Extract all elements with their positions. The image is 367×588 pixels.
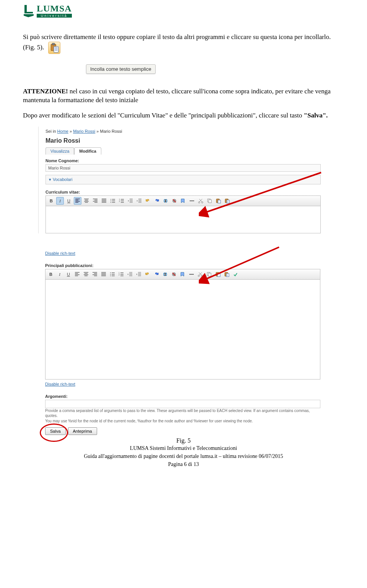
body-paragraph-1: Si può scrivere direttamente il testo op… — [23, 33, 344, 54]
vocab-label: Vocabolari — [53, 177, 72, 182]
italic-icon[interactable]: I — [56, 197, 64, 205]
svg-rect-18 — [209, 200, 211, 203]
redo-icon[interactable] — [153, 270, 160, 278]
svg-point-24 — [110, 272, 111, 273]
logo-name: LUMSA — [37, 4, 72, 13]
p2-rest: nel caso in cui venga copiato del testo,… — [23, 88, 331, 104]
cms-screenshot: Sei in Home » Mario Rossi » Mario Rossi … — [38, 127, 344, 435]
figure-caption: Fig. 5 — [23, 437, 344, 444]
align-right-icon[interactable] — [91, 270, 99, 278]
svg-rect-20 — [218, 200, 221, 203]
save-button[interactable]: Salva — [45, 427, 66, 435]
svg-text:2: 2 — [119, 200, 120, 202]
attenzione-label: ATTENZIONE! — [23, 88, 68, 95]
breadcrumb: Sei in Home » Mario Rossi » Mario Rossi — [45, 129, 321, 134]
undo-icon[interactable] — [144, 197, 152, 205]
label-cv: Curriculum vitae: — [45, 190, 321, 194]
logo-mark — [23, 4, 34, 17]
link-icon[interactable] — [162, 197, 169, 205]
svg-point-6 — [110, 199, 111, 200]
align-center-icon[interactable] — [83, 197, 90, 205]
align-justify-icon[interactable] — [100, 197, 108, 205]
tab-edit[interactable]: Modifica — [74, 147, 101, 155]
paste-icon[interactable] — [214, 197, 222, 205]
align-right-icon[interactable] — [91, 197, 99, 205]
label-name: Nome Cognome: — [45, 158, 321, 163]
align-center-icon[interactable] — [82, 270, 90, 278]
ulist-icon[interactable] — [109, 197, 117, 205]
indent-icon[interactable] — [135, 270, 143, 278]
svg-text:T: T — [227, 274, 228, 277]
svg-rect-1 — [52, 43, 54, 45]
p3a: Dopo aver modificato le sezioni del "Cur… — [23, 112, 304, 119]
svg-point-8 — [110, 202, 111, 203]
italic-icon[interactable]: I — [56, 270, 63, 278]
align-justify-icon[interactable] — [100, 270, 107, 278]
olist-icon[interactable]: 12 — [117, 270, 125, 278]
copy-icon[interactable] — [205, 270, 213, 278]
p1-text: Si può scrivere direttamente il testo op… — [23, 33, 331, 51]
spellcheck-icon[interactable] — [232, 270, 239, 278]
indent-icon[interactable] — [135, 197, 143, 205]
bold-icon[interactable]: B — [47, 270, 55, 278]
bold-icon[interactable]: B — [47, 197, 55, 205]
body-paragraph-2: ATTENZIONE! nel caso in cui venga copiat… — [23, 87, 344, 105]
cut-icon[interactable] — [197, 197, 205, 205]
anchor-icon[interactable] — [179, 270, 187, 278]
vocab-fieldset[interactable]: ▾ Vocabolari — [45, 175, 321, 184]
paste-plain-icon[interactable]: T — [223, 197, 231, 205]
underline-icon[interactable]: U — [65, 270, 72, 278]
disable-richtext-link-cv[interactable]: Disable rich-text — [45, 251, 75, 256]
disable-richtext-link-pub[interactable]: Disable rich-text — [45, 382, 75, 386]
tab-view[interactable]: Visualizza — [45, 147, 74, 155]
svg-point-7 — [110, 200, 111, 201]
paste-as-plain-text-tooltip: Incolla come testo semplice — [86, 64, 156, 74]
breadcrumb-user-link-1[interactable]: Mario Rossi — [73, 129, 95, 134]
align-left-icon[interactable] — [73, 270, 81, 278]
link-icon[interactable] — [161, 270, 169, 278]
hr-icon[interactable] — [188, 197, 196, 205]
svg-text:T: T — [227, 201, 229, 203]
align-left-icon[interactable] — [74, 197, 81, 205]
breadcrumb-prefix: Sei in — [45, 129, 57, 134]
preview-button[interactable]: Anteprima — [68, 427, 97, 435]
copy-icon[interactable] — [206, 197, 213, 205]
olist-icon[interactable]: 12 — [118, 197, 125, 205]
body-paragraph-3: Dopo aver modificato le sezioni del "Cur… — [23, 111, 344, 120]
argomenti-input[interactable] — [45, 400, 320, 408]
footer-line-3: Pagina 6 di 13 — [23, 461, 344, 468]
pub-editor: B I U 12 — [45, 269, 320, 380]
cv-toolbar: B I U 12 — [46, 196, 320, 206]
caret-down-icon: ▾ — [49, 177, 51, 182]
underline-icon[interactable]: U — [65, 197, 73, 205]
pub-toolbar: B I U 12 — [45, 269, 320, 280]
redo-icon[interactable] — [153, 197, 161, 205]
ulist-icon[interactable] — [109, 270, 116, 278]
paste-clipboard-icon — [48, 42, 60, 54]
breadcrumb-sep-2: » — [96, 129, 100, 134]
svg-rect-38 — [218, 274, 220, 277]
paste-icon[interactable] — [214, 270, 222, 278]
anchor-icon[interactable] — [179, 197, 187, 205]
argomenti-hint-2: You may use %nid for the node id of the … — [45, 419, 320, 424]
svg-text:2: 2 — [119, 274, 120, 276]
hr-icon[interactable] — [188, 270, 195, 278]
svg-rect-36 — [208, 273, 211, 276]
breadcrumb-home-link[interactable]: Home — [57, 129, 68, 134]
unlink-icon[interactable] — [170, 270, 178, 278]
pub-textarea[interactable] — [45, 280, 320, 379]
logo-sub: Università — [37, 14, 72, 18]
label-pubblicazioni: Principali pubblicazioni: — [45, 263, 321, 268]
outdent-icon[interactable] — [127, 197, 134, 205]
svg-point-26 — [110, 275, 111, 276]
undo-icon[interactable] — [144, 270, 151, 278]
tabs: Visualizza Modifica — [45, 147, 321, 155]
cv-textarea[interactable] — [46, 206, 320, 233]
paste-plain-icon[interactable]: T — [223, 270, 231, 278]
unlink-icon[interactable] — [171, 197, 178, 205]
svg-rect-2 — [54, 47, 58, 52]
cut-icon[interactable] — [196, 270, 204, 278]
outdent-icon[interactable] — [126, 270, 134, 278]
name-input[interactable]: Mario Rossi — [45, 164, 321, 172]
footer-line-1: LUMSA Sistemi Informativi e Telecomunica… — [23, 445, 344, 452]
